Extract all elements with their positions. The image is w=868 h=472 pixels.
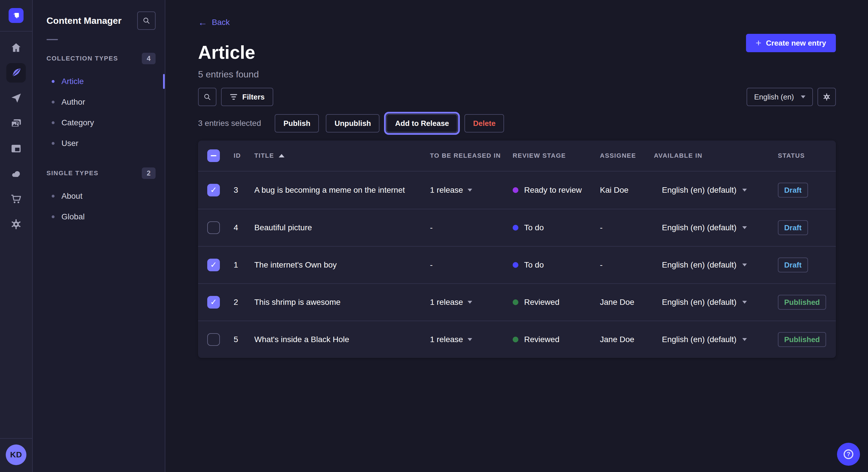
entries-count: 5 entries found <box>198 69 836 80</box>
view-settings-button[interactable] <box>817 88 836 106</box>
sidebar-item-label: Global <box>61 212 85 222</box>
help-button[interactable]: ? <box>837 443 860 466</box>
cell-to-be-released-in[interactable]: 1 release <box>430 335 513 344</box>
sidebar-section: COLLECTION TYPES 4 Article Author Catego… <box>46 53 156 154</box>
rail-item-feather-icon[interactable] <box>6 63 26 82</box>
sidebar-item-author[interactable]: Author <box>46 92 156 112</box>
row-checkbox[interactable] <box>207 333 220 346</box>
chevron-down-icon <box>468 338 472 341</box>
bullet-icon <box>52 80 55 83</box>
cell-title: Beautiful picture <box>254 223 430 232</box>
chevron-down-icon <box>742 301 747 304</box>
table-row[interactable]: 1 The internet's Own boy - To do - Engli… <box>198 246 836 283</box>
rail-bottom-divider <box>0 438 32 439</box>
search-icon <box>142 16 151 25</box>
delete-button[interactable]: Delete <box>464 114 504 133</box>
cell-review-stage: Ready to review <box>513 186 600 195</box>
cell-available-in[interactable]: English (en) (default) <box>654 223 778 232</box>
user-avatar[interactable]: KD <box>6 444 26 465</box>
rail-item-cloud-icon[interactable] <box>6 164 26 183</box>
table-row[interactable]: 4 Beautiful picture - To do - English (e… <box>198 209 836 246</box>
feather-icon <box>10 67 22 79</box>
selection-bar: 3 entries selected Publish Unpublish Add… <box>198 114 836 133</box>
column-header-title[interactable]: TITLE <box>254 152 430 160</box>
table-row[interactable]: 2 This shrimp is awesome 1 release Revie… <box>198 283 836 321</box>
cell-status: Draft <box>778 220 827 235</box>
sidebar-search-button[interactable] <box>137 11 156 30</box>
back-label: Back <box>212 18 229 27</box>
chevron-down-icon <box>742 338 747 341</box>
cell-review-stage: To do <box>513 223 600 232</box>
cell-title: This shrimp is awesome <box>254 298 430 307</box>
app-window: KD Content Manager COLLECTION TYPES 4 Ar… <box>0 0 868 472</box>
rail-item-paper-plane-icon[interactable] <box>6 88 26 108</box>
row-checkbox[interactable] <box>207 259 220 271</box>
table-search-button[interactable] <box>198 88 216 106</box>
select-all-checkbox[interactable] <box>207 149 220 162</box>
bullet-icon <box>52 195 55 198</box>
cell-id: 2 <box>234 298 254 307</box>
row-checkbox[interactable] <box>207 296 220 308</box>
publish-button[interactable]: Publish <box>275 114 319 133</box>
cell-status: Published <box>778 332 827 347</box>
locale-select[interactable]: English (en) <box>747 88 813 106</box>
cell-to-be-released-in[interactable]: - <box>430 260 513 270</box>
cell-to-be-released-in[interactable]: 1 release <box>430 186 513 195</box>
media-library-icon <box>10 117 22 129</box>
status-badge: Draft <box>778 220 808 235</box>
stage-dot-icon <box>513 187 518 193</box>
rail-item-layout-icon[interactable] <box>6 139 26 158</box>
sidebar-item-global[interactable]: Global <box>46 206 156 227</box>
cell-title: A bug is becoming a meme on the internet <box>254 186 430 195</box>
page-title: Article <box>198 42 836 63</box>
unpublish-button[interactable]: Unpublish <box>326 114 379 133</box>
status-badge: Draft <box>778 258 808 272</box>
back-link[interactable]: ← Back <box>198 18 229 27</box>
entries-table: IDTITLETO BE RELEASED INREVIEW STAGEASSI… <box>198 140 836 358</box>
cell-review-stage: Reviewed <box>513 298 600 307</box>
cell-available-in[interactable]: English (en) (default) <box>654 260 778 270</box>
row-checkbox[interactable] <box>207 222 220 234</box>
section-count-badge: 2 <box>142 167 156 179</box>
bullet-icon <box>52 121 55 124</box>
cell-available-in[interactable]: English (en) (default) <box>654 186 778 195</box>
rail-item-cart-icon[interactable] <box>6 189 26 209</box>
create-new-entry-label: Create new entry <box>766 39 826 47</box>
cell-available-in[interactable]: English (en) (default) <box>654 335 778 344</box>
filters-button[interactable]: Filters <box>221 88 273 106</box>
strapi-logo[interactable] <box>9 8 24 23</box>
chevron-down-icon <box>742 264 747 266</box>
cell-review-stage: Reviewed <box>513 335 600 344</box>
sidebar-item-about[interactable]: About <box>46 186 156 206</box>
layout-icon <box>10 142 22 155</box>
stage-dot-icon <box>513 225 518 231</box>
rail-item-media-library-icon[interactable] <box>6 113 26 133</box>
sidebar-item-user[interactable]: User <box>46 133 156 154</box>
sidebar-item-label: User <box>61 139 79 148</box>
filter-icon <box>229 93 238 101</box>
section-label: COLLECTION TYPES <box>46 55 118 62</box>
main-content: ← Back Article 5 entries found + Create … <box>165 0 868 472</box>
chevron-down-icon <box>801 96 805 98</box>
cell-to-be-released-in[interactable]: 1 release <box>430 298 513 307</box>
cell-to-be-released-in[interactable]: - <box>430 223 513 232</box>
stage-dot-icon <box>513 337 518 342</box>
row-checkbox[interactable] <box>207 184 220 196</box>
sidebar-item-article[interactable]: Article <box>46 71 156 92</box>
cell-status: Published <box>778 295 827 310</box>
home-icon <box>10 42 22 54</box>
cart-icon <box>10 193 22 205</box>
rail-item-gear-icon[interactable] <box>6 214 26 234</box>
rail-item-home-icon[interactable] <box>6 38 26 57</box>
cell-available-in[interactable]: English (en) (default) <box>654 298 778 307</box>
column-header-assignee: ASSIGNEE <box>600 152 654 160</box>
gear-icon <box>823 93 831 101</box>
bullet-icon <box>52 215 55 218</box>
sidebar-item-category[interactable]: Category <box>46 112 156 133</box>
create-new-entry-button[interactable]: + Create new entry <box>746 34 836 52</box>
table-row[interactable]: 5 What's inside a Black Hole 1 release R… <box>198 321 836 358</box>
add-to-release-button[interactable]: Add to Release <box>386 114 458 133</box>
sidebar-title: Content Manager <box>46 15 121 26</box>
table-row[interactable]: 3 A bug is becoming a meme on the intern… <box>198 171 836 209</box>
sort-ascending-icon <box>279 154 284 158</box>
